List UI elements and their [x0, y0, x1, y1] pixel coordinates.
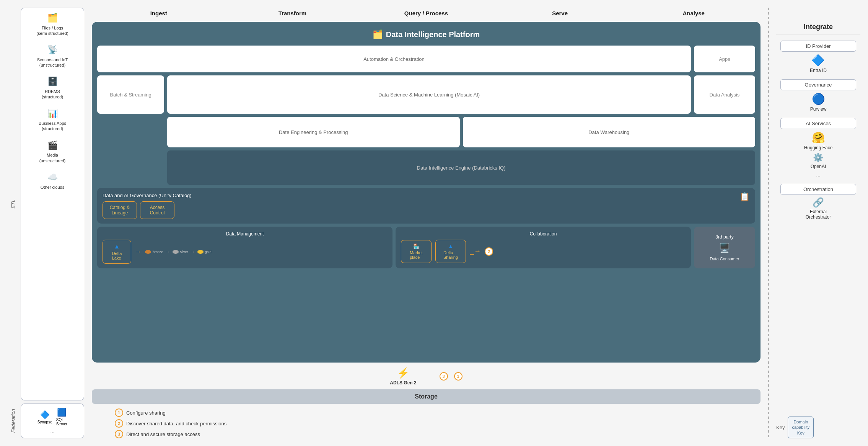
arrow-collab: ⎯→ [470, 247, 481, 255]
delta-lake-tag: ▲ Delta Lake [103, 240, 131, 264]
key-section: Key Domain capability Key [776, 410, 860, 438]
synapse-icon: 🔷 [40, 410, 50, 419]
business-apps-icon: 📊 [47, 108, 58, 119]
governance-content: Data and AI Governance (Unity Catalog) C… [103, 193, 192, 219]
platform-container: 🗂️ Data Intelligence Platform Automation… [92, 22, 761, 363]
governance-tags: Catalog & Lineage Access Control [103, 201, 192, 219]
monitor-icon: 🖥️ [719, 243, 730, 253]
source-media: 🎬 Media(unstructured) [24, 140, 81, 163]
external-orchestrator-item: 🔗 ExternalOrchestrator [806, 197, 831, 220]
main-wrapper: ETL 🗂️ Files / Logs(semi-structured) 📡 S… [0, 0, 868, 446]
center-panel: Ingest Transform Query / Process Serve A… [92, 8, 761, 438]
steps-section: 1 Configure sharing 2 Discover shared da… [92, 408, 761, 438]
apps-box: Apps [694, 46, 755, 72]
openai-icon: ⚙️ [813, 153, 823, 163]
rdbms-icon: 🗄️ [47, 76, 58, 87]
ai-more: ... [816, 172, 821, 178]
sql-server-icon: 🟦 [57, 408, 67, 417]
source-other-clouds: ☁️ Other clouds [24, 172, 81, 190]
files-icon: 🗂️ [47, 13, 58, 24]
cloud-icon: ☁️ [47, 172, 58, 183]
external-orchestrator-icon: 🔗 [813, 197, 824, 208]
data-mgmt-box: Data Management ▲ Delta Lake → bronze → [97, 227, 392, 268]
purview-item: 🔵 Purview [810, 93, 827, 112]
bottom-section: Data Management ▲ Delta Lake → bronze → [97, 227, 755, 268]
governance-title: Data and AI Governance (Unity Catalog) [103, 193, 192, 198]
adls-row: ⚡ ADLS Gen 2 3 1 [390, 367, 462, 386]
dashed-divider [768, 8, 769, 438]
delta-sharing-icon: ▲ [448, 243, 453, 249]
steps-list: 1 Configure sharing 2 Discover shared da… [115, 408, 761, 438]
col-header-ingest: Ingest [92, 8, 226, 19]
key-domain-box: Domain capability Key [788, 417, 814, 438]
platform-title: 🗂️ Data Intelligence Platform [97, 27, 755, 42]
row-iq: Data Intelligence Engine (Databricks IQ) [167, 150, 755, 185]
col-header-transform: Transform [226, 8, 360, 19]
bronze-dot [145, 250, 151, 254]
third-party-box: 3rd party 🖥️ Data Consumer [694, 227, 755, 268]
id-provider-section: ID Provider 🔷 Entra ID [776, 41, 860, 73]
source-files: 🗂️ Files / Logs(semi-structured) [24, 13, 81, 36]
mgmt-content: ▲ Delta Lake → bronze → silver → [103, 240, 387, 264]
sql-server-item: 🟦 SQLServer [56, 408, 67, 426]
adls-icon: ⚡ [397, 367, 409, 379]
synapse-item: 🔷 Synapse [37, 410, 52, 424]
access-control-tag: Access Control [140, 201, 174, 219]
bronze-silver-gold: bronze → silver → gold [145, 248, 212, 255]
arrow1: → [165, 248, 171, 255]
row-automation: Automation & Orchestration Apps [97, 46, 755, 72]
data-wh-box: Data Warehousing [463, 117, 756, 147]
step-3: 3 Direct and secure storage access [115, 430, 761, 438]
row-eng: Date Engineering & Processing Data Wareh… [167, 117, 755, 147]
col-header-serve: Serve [493, 8, 627, 19]
openai-item: ⚙️ OpenAI [811, 153, 826, 169]
marketplace-icon: 🏪 [413, 243, 419, 249]
delta-sharing-tag: ▲ Delta Sharing [435, 240, 466, 263]
silver-dot [173, 250, 179, 254]
platform-icon: 🗂️ [373, 29, 383, 39]
governance-section: Governance 🔵 Purview [776, 79, 860, 112]
col-header-analyse: Analyse [627, 8, 761, 19]
column-headers: Ingest Transform Query / Process Serve A… [92, 8, 761, 19]
hugging-face-icon: 🤗 [812, 131, 825, 144]
arrow-right: → [135, 248, 141, 255]
orchestration-label: Orchestration [780, 184, 856, 195]
num-badge-2: 2 [485, 247, 493, 256]
marketplace-tag: 🏪 Market place [401, 240, 432, 263]
etl-label: ETL [8, 8, 18, 400]
iq-engine-box: Data Intelligence Engine (Databricks IQ) [167, 150, 755, 185]
step-1-circle: 1 [115, 408, 123, 417]
media-icon: 🎬 [47, 140, 58, 151]
catalog-lineage-tag: Catalog & Lineage [103, 201, 137, 219]
batch-box: Batch & Streaming [97, 75, 164, 114]
key-label: Key [776, 425, 785, 430]
step-2-circle: 2 [115, 419, 123, 428]
purview-icon: 🔵 [812, 93, 825, 105]
num-badge-1: 1 [454, 372, 462, 381]
governance-label: Governance [780, 79, 856, 90]
source-sensors: 📡 Sensors and IoT(unstructured) [24, 44, 81, 68]
ai-services-label: AI Services [780, 118, 856, 129]
sensors-icon: 📡 [47, 44, 58, 56]
data-science-box: Data Science & Machine Learning (Mosaic … [167, 75, 691, 114]
id-provider-label: ID Provider [780, 41, 856, 52]
sources-box: 🗂️ Files / Logs(semi-structured) 📡 Senso… [21, 8, 84, 400]
num-badge-3: 3 [440, 372, 448, 381]
automation-box: Automation & Orchestration [97, 46, 691, 72]
storage-bar: Storage [92, 389, 761, 404]
right-panel: Integrate ID Provider 🔷 Entra ID Governa… [776, 8, 860, 438]
collab-content: 🏪 Market place ▲ Delta Sharing ⎯→ 2 [401, 240, 686, 263]
integrate-title: Integrate [776, 23, 860, 34]
entra-icon: 🔷 [811, 54, 825, 67]
source-business-apps: 📊 Business Apps(structured) [24, 108, 81, 132]
adls-box: ⚡ ADLS Gen 2 [390, 367, 416, 386]
delta-lake-icon: ▲ [114, 243, 120, 250]
step-2: 2 Discover shared data, and check permis… [115, 419, 761, 428]
step-1: 1 Configure sharing [115, 408, 761, 417]
date-eng-box: Date Engineering & Processing [167, 117, 460, 147]
collab-box: Collaboration 🏪 Market place ▲ Delta Sha… [396, 227, 691, 268]
governance-icon: 📋 [739, 192, 750, 202]
hugging-face-item: 🤗 Hugging Face [804, 131, 833, 150]
step-3-circle: 3 [115, 430, 123, 438]
federation-box: 🔷 Synapse 🟦 SQLServer ... [21, 404, 84, 438]
